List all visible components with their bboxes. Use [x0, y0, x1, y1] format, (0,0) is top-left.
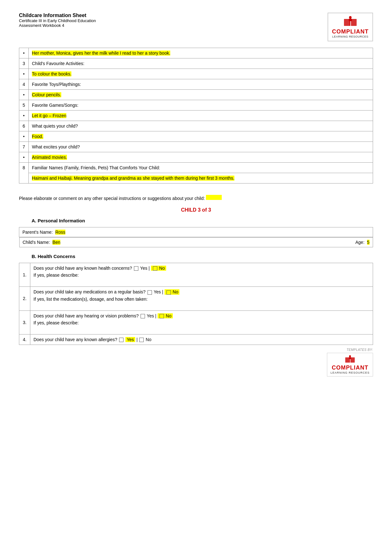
- page-title: Childcare Information Sheet: [19, 13, 96, 18]
- health-content-4: Does your child have any known allergies…: [30, 334, 373, 345]
- templates-by-text: TEMPLATES BY:: [347, 348, 373, 352]
- child-name-cell: Child's Name: Ben Age: 5: [19, 237, 373, 247]
- age-value: 5: [367, 240, 370, 245]
- content-cell: Favorite Games/Songs:: [29, 100, 373, 111]
- svg-point-3: [349, 16, 352, 19]
- page-header: Childcare Information Sheet Certificate …: [19, 13, 373, 41]
- table-row: • Animated movies.: [19, 152, 373, 163]
- table-row: • Food.: [19, 131, 373, 142]
- section-a-title: A. Personal Information: [32, 218, 373, 223]
- header-logo: COMPLIANT LEARNING RESOURCES: [328, 13, 373, 41]
- num-cell: •: [19, 48, 29, 58]
- highlighted-text: To colour the books.: [32, 71, 71, 76]
- num-cell: •: [19, 111, 29, 121]
- footer-learning-text: LEARNING RESOURCES: [330, 371, 370, 374]
- highlighted-text: Colour pencils.: [32, 92, 61, 97]
- checkbox-yes-3[interactable]: [141, 314, 145, 318]
- health-question-1: Does your child have any known health co…: [33, 266, 370, 271]
- num-cell: 8: [19, 163, 29, 184]
- highlighted-no-1: No: [151, 266, 166, 271]
- num-cell: 5: [19, 100, 29, 111]
- health-content-1: Does your child have any known health co…: [30, 263, 373, 287]
- content-cell: Familiar Names (Family, Friends, Pets) T…: [29, 163, 373, 173]
- checkbox-yes-4[interactable]: [119, 338, 124, 342]
- table-row: 3 Child's Favourite Activities:: [19, 58, 373, 69]
- content-cell: What excites your child?: [29, 142, 373, 152]
- section-child-title: CHILD 3 of 3: [19, 207, 373, 213]
- health-row-1: 1. Does your child have any known health…: [19, 263, 373, 287]
- special-instructions-block: Please elaborate or comment on any other…: [19, 193, 373, 201]
- logo-sub-text: LEARNING RESOURCES: [332, 35, 369, 38]
- num-cell: 6: [19, 121, 29, 131]
- table-row: • To colour the books.: [19, 69, 373, 79]
- svg-point-8: [349, 355, 351, 357]
- num-cell: 7: [19, 142, 29, 152]
- health-row-2: 2. Does your child take any medications …: [19, 287, 373, 310]
- checkbox-yes-2[interactable]: [148, 290, 152, 295]
- health-question-4: Does your child have any known allergies…: [33, 337, 370, 342]
- logo-svg-icon: [342, 16, 358, 28]
- parent-name-label: Parent's Name:: [22, 230, 53, 235]
- content-cell: Child's Favourite Activities:: [29, 58, 373, 69]
- highlighted-text: Animated movies.: [32, 155, 67, 160]
- content-cell: Food.: [29, 131, 373, 142]
- footer-logo-icon: [344, 355, 356, 364]
- content-cell: What quiets your child?: [29, 121, 373, 131]
- table-row: • Colour pencils.: [19, 90, 373, 100]
- health-describe-3: If yes, please describe:: [33, 320, 370, 325]
- checkbox-yes-1[interactable]: [134, 266, 138, 271]
- section-b-title: B. Health Concerns: [32, 254, 373, 259]
- highlighted-text: Food.: [32, 134, 43, 139]
- checkbox-no-4[interactable]: [139, 338, 144, 342]
- num-cell: 4: [19, 79, 29, 90]
- table-row: • Her mother, Monica, gives her the milk…: [19, 48, 373, 58]
- health-row-4: 4. Does your child have any known allerg…: [19, 334, 373, 345]
- content-cell: Let it go – Frozen: [29, 111, 373, 121]
- num-cell: 3: [19, 58, 29, 69]
- highlighted-no-3: No: [158, 313, 173, 318]
- table-row: 5 Favorite Games/Songs:: [19, 100, 373, 111]
- health-content-2: Does your child take any medications on …: [30, 287, 373, 310]
- checkbox-no-2[interactable]: [166, 290, 171, 295]
- parent-name-row: Parent's Name: Ross: [19, 227, 373, 237]
- health-num-4: 4.: [19, 334, 30, 345]
- health-num-1: 1.: [19, 263, 30, 287]
- num-cell: •: [19, 69, 29, 79]
- parent-name-value: Ross: [55, 230, 65, 235]
- table-row: 6 What quiets your child?: [19, 121, 373, 131]
- checkbox-no-3[interactable]: [160, 314, 164, 318]
- highlighted-text: Haimani and Haibaji. Meaning grandpa and…: [32, 176, 234, 181]
- health-blank-2: [33, 302, 370, 308]
- content-cell: Haimani and Haibaji. Meaning grandpa and…: [29, 173, 373, 184]
- table-row: Haimani and Haibaji. Meaning grandpa and…: [19, 173, 373, 184]
- health-blank-1: [33, 278, 370, 284]
- child-name-value: Ben: [52, 240, 60, 245]
- footer-compliant-text: COMPLIANT: [332, 364, 368, 371]
- content-cell: Her mother, Monica, gives her the milk w…: [29, 48, 373, 58]
- svg-rect-9: [349, 357, 351, 359]
- content-cell: Colour pencils.: [29, 90, 373, 100]
- highlighted-text: Her mother, Monica, gives her the milk w…: [32, 51, 170, 56]
- highlight-placeholder: [206, 195, 222, 200]
- subtitle-line2: Assessment Workbook 4: [19, 23, 96, 28]
- footer-logo: TEMPLATES BY: COMPLIANT LEARNING RESOURC…: [19, 348, 373, 376]
- health-concerns-table: 1. Does your child have any known health…: [19, 263, 373, 345]
- num-cell: •: [19, 90, 29, 100]
- num-cell: •: [19, 131, 29, 142]
- footer-logo-box: COMPLIANT LEARNING RESOURCES: [327, 353, 373, 376]
- health-row-3: 3. Does your child have any hearing or v…: [19, 310, 373, 334]
- svg-rect-4: [349, 19, 352, 21]
- content-cell: Animated movies.: [29, 152, 373, 163]
- subtitle-line1: Certificate III in Early Childhood Educa…: [19, 18, 96, 23]
- health-content-3: Does your child have any hearing or visi…: [30, 310, 373, 334]
- age-group: Age: 5: [355, 240, 370, 245]
- health-num-3: 3.: [19, 310, 30, 334]
- special-instructions-text: Please elaborate or comment on any other…: [19, 196, 205, 201]
- highlighted-yes-4: Yes: [125, 337, 135, 342]
- logo-compliant-text: COMPLIANT: [332, 28, 369, 35]
- table-row: 4 Favorite Toys/Playthings:: [19, 79, 373, 90]
- checkbox-no-1[interactable]: [153, 266, 157, 271]
- info-table: • Her mother, Monica, gives her the milk…: [19, 48, 373, 184]
- health-question-3: Does your child have any hearing or visi…: [33, 313, 370, 318]
- content-cell: To colour the books.: [29, 69, 373, 79]
